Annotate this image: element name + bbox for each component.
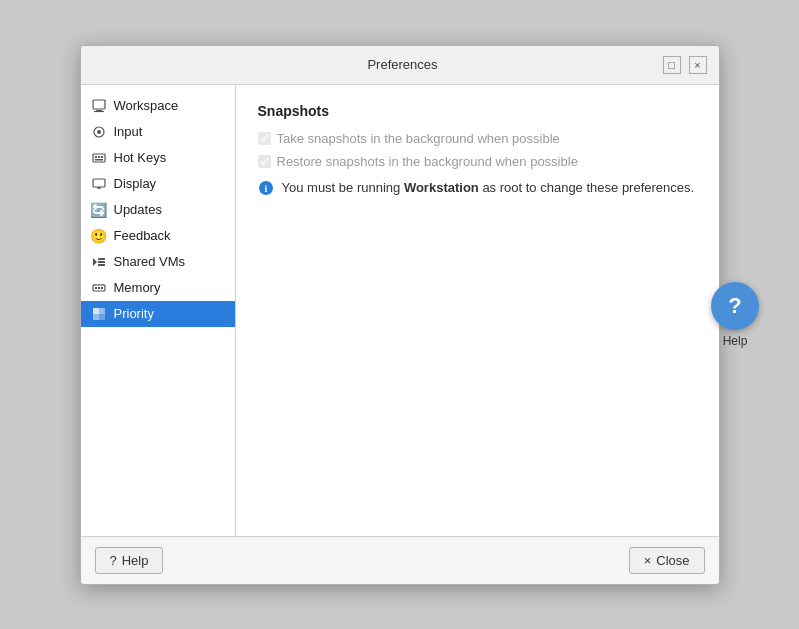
sidebar-label-hotkeys: Hot Keys	[114, 150, 167, 165]
title-bar-controls: □ ×	[663, 56, 707, 74]
dialog-title: Preferences	[143, 57, 663, 72]
memory-icon	[91, 280, 107, 296]
sidebar-label-updates: Updates	[114, 202, 162, 217]
svg-rect-7	[98, 156, 100, 158]
checkbox1-label: Take snapshots in the background when po…	[277, 131, 560, 146]
feedback-icon: 🙂	[91, 228, 107, 244]
svg-text:i: i	[264, 183, 267, 194]
svg-rect-16	[98, 264, 105, 266]
info-suffix: as root to change these preferences.	[479, 180, 694, 195]
maximize-button[interactable]: □	[663, 56, 681, 74]
dialog-footer: ? Help × Close	[81, 536, 719, 584]
sidebar-label-memory: Memory	[114, 280, 161, 295]
info-row: i You must be running Workstation as roo…	[258, 179, 697, 200]
restore-background-checkbox[interactable]	[258, 155, 271, 168]
svg-point-4	[97, 130, 101, 134]
help-button-icon: ?	[110, 553, 117, 568]
title-bar: Preferences □ ×	[81, 46, 719, 85]
svg-rect-15	[98, 261, 105, 263]
priority-icon	[91, 306, 107, 322]
svg-marker-13	[93, 258, 97, 266]
sidebar-label-priority: Priority	[114, 306, 154, 321]
sidebar-item-workspace[interactable]: Workspace	[81, 93, 235, 119]
outer-help-container: ? Help	[711, 282, 759, 348]
svg-rect-26	[93, 314, 99, 320]
svg-rect-9	[95, 159, 103, 161]
info-text: You must be running Workstation as root …	[282, 179, 695, 197]
workspace-icon	[91, 98, 107, 114]
checkbox2-label: Restore snapshots in the background when…	[277, 154, 578, 169]
sidebar-item-display[interactable]: Display	[81, 171, 235, 197]
sidebar: Workspace Input	[81, 85, 236, 536]
sidebar-item-hotkeys[interactable]: Hot Keys	[81, 145, 235, 171]
svg-rect-14	[98, 258, 105, 260]
svg-rect-6	[95, 156, 97, 158]
snapshot-background-checkbox[interactable]	[258, 132, 271, 145]
display-icon	[91, 176, 107, 192]
info-bold: Workstation	[404, 180, 479, 195]
svg-rect-0	[93, 100, 105, 109]
svg-rect-18	[95, 287, 97, 289]
sidebar-item-input[interactable]: Input	[81, 119, 235, 145]
close-button-label: Close	[656, 553, 689, 568]
help-button-label: Help	[122, 553, 149, 568]
checkbox-row-2: Restore snapshots in the background when…	[258, 154, 697, 169]
sidebar-item-sharedvms[interactable]: Shared VMs	[81, 249, 235, 275]
sidebar-label-workspace: Workspace	[114, 98, 179, 113]
close-button[interactable]: × Close	[629, 547, 705, 574]
svg-rect-24	[93, 308, 99, 314]
dialog-body: Workspace Input	[81, 85, 719, 536]
svg-rect-20	[101, 287, 103, 289]
svg-rect-10	[93, 179, 105, 187]
close-window-button[interactable]: ×	[689, 56, 707, 74]
sidebar-item-updates[interactable]: 🔄 Updates	[81, 197, 235, 223]
outer-help-button[interactable]: ?	[711, 282, 759, 330]
svg-rect-19	[98, 287, 100, 289]
sidebar-item-memory[interactable]: Memory	[81, 275, 235, 301]
svg-rect-8	[101, 156, 103, 158]
preferences-dialog: Preferences □ × Workspace	[80, 45, 720, 585]
info-prefix: You must be running	[282, 180, 404, 195]
main-content: Snapshots Take snapshots in the backgrou…	[236, 85, 719, 536]
sharedvms-icon	[91, 254, 107, 270]
sidebar-item-feedback[interactable]: 🙂 Feedback	[81, 223, 235, 249]
sidebar-label-display: Display	[114, 176, 157, 191]
outer-help-label: Help	[723, 334, 748, 348]
help-button[interactable]: ? Help	[95, 547, 164, 574]
hotkeys-icon	[91, 150, 107, 166]
svg-rect-25	[99, 308, 105, 314]
svg-rect-27	[99, 314, 105, 320]
close-button-icon: ×	[644, 553, 652, 568]
checkbox-row-1: Take snapshots in the background when po…	[258, 131, 697, 146]
sidebar-label-sharedvms: Shared VMs	[114, 254, 186, 269]
section-title: Snapshots	[258, 103, 697, 119]
sidebar-label-input: Input	[114, 124, 143, 139]
input-icon	[91, 124, 107, 140]
sidebar-label-feedback: Feedback	[114, 228, 171, 243]
info-icon: i	[258, 180, 274, 200]
sidebar-item-priority[interactable]: Priority	[81, 301, 235, 327]
updates-icon: 🔄	[91, 202, 107, 218]
